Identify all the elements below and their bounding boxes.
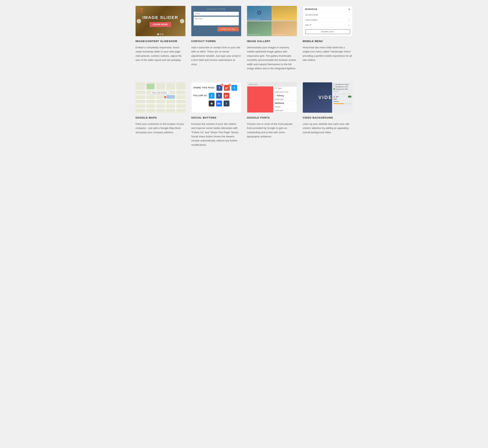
follow-row: FOLLOW US t f g+ xyxy=(193,93,239,99)
video-overlay-text: VIDEO xyxy=(318,95,337,100)
feature-mobile: MOBIRISE ≡ OVERVIEW FEATURES ▼ HELP ▼ DO… xyxy=(303,6,353,71)
slideshow-desc: Embed a completely responsive, touch-swi… xyxy=(136,45,185,62)
maps-preview: 📍 Empire State Building × xyxy=(136,82,185,113)
share-label: SHARE THIS PAGE! xyxy=(193,87,215,89)
feature-video: VIDEO Background Image Background Color … xyxy=(303,82,353,147)
video-panel-bg-video[interactable]: Background Video xyxy=(333,88,352,90)
feature-fonts: Source-Serif... PT Sans Open Sans Cont..… xyxy=(247,82,297,147)
map-road-v4 xyxy=(176,82,176,113)
overlay-toggle[interactable] xyxy=(348,96,352,98)
mobile-nav-help[interactable]: HELP ▼ xyxy=(303,23,352,28)
features-grid-row2: 📍 Empire State Building × GOOGLE MAPS Po… xyxy=(136,82,353,147)
slider-prev-button[interactable]: ‹ xyxy=(137,19,141,23)
map-water xyxy=(167,95,175,99)
contact-name-input[interactable] xyxy=(194,12,239,16)
mobile-nav-overview[interactable]: OVERVIEW xyxy=(303,13,352,18)
fonts-header: Source-Serif... xyxy=(247,83,297,87)
follow-github-button[interactable]: ⊕ xyxy=(209,101,215,106)
video-panel-bg-color[interactable]: Background Color xyxy=(333,86,352,88)
font-ubuntu[interactable]: Ubuntu xyxy=(273,105,297,109)
learn-more-button[interactable]: LEARN MORE xyxy=(150,22,171,27)
slideshow-title: IMAGE/CONTENT SLIDESHOW xyxy=(136,40,185,43)
follow-behance-button[interactable]: Be xyxy=(216,101,222,106)
maps-desc: Point your customers in the location of … xyxy=(136,122,185,134)
social-title: SOCIAL BUTTONS xyxy=(191,116,241,119)
video-panel-row-label: YouTube xyxy=(333,91,352,92)
radio-bg-video[interactable] xyxy=(333,88,335,90)
font-open-sans[interactable]: Open Sans Cont... xyxy=(273,90,297,94)
font-pt-sans[interactable]: PT Sans xyxy=(273,87,297,90)
fonts-title: GOOGLE FONTS xyxy=(247,116,297,119)
feature-slideshow: 🍂 IMAGE SLIDER LEARN MORE ‹ › IMAGE/CONT… xyxy=(136,6,185,71)
map-road-h2 xyxy=(136,95,185,95)
radio-bg-color[interactable] xyxy=(333,86,335,88)
gallery-caption-4: Type caption here xyxy=(273,34,285,35)
share-facebook-button[interactable]: f 192 xyxy=(216,85,222,91)
hamburger-icon[interactable]: ≡ xyxy=(348,8,350,11)
mobile-nav-header: MOBIRISE ≡ xyxy=(303,6,352,13)
map-road-h5 xyxy=(136,108,185,109)
mobile-desc: Horizontal site menu folds itself into a… xyxy=(303,45,353,62)
slider-dot-3[interactable] xyxy=(162,33,163,35)
chevron-down-icon-2: ▼ xyxy=(348,24,350,26)
fonts-dropdown: PT Sans Open Sans Cont... Raleway Droid … xyxy=(273,87,297,112)
follow-twitter-button[interactable]: t xyxy=(209,93,215,99)
gallery-cell-2[interactable]: Type caption here xyxy=(272,6,297,21)
share-googleplus-button[interactable]: g+ 47 xyxy=(224,85,230,91)
video-preview: VIDEO Background Image Background Color … xyxy=(303,82,353,113)
mobile-title: MOBILE MENU xyxy=(303,40,353,43)
slider-next-button[interactable]: › xyxy=(180,19,184,23)
gallery-title: IMAGE GALLERY xyxy=(247,40,297,43)
mobile-nav-download[interactable]: DOWNLOAD xyxy=(305,29,350,34)
mobile-nav-brand: MOBIRISE xyxy=(305,8,317,10)
map-tooltip: Empire State Building × xyxy=(150,91,170,94)
video-title: VIDEO BACKGROUND xyxy=(303,116,353,119)
fonts-content: PT Sans Open Sans Cont... Raleway Droid … xyxy=(247,87,297,112)
radio-bg-image[interactable] xyxy=(333,84,335,85)
fonts-desc: Choose one or more of the most popular f… xyxy=(247,122,297,139)
leaves-decor: 🍂 xyxy=(136,7,143,13)
features-grid-row1: 🍂 IMAGE SLIDER LEARN MORE ‹ › IMAGE/CONT… xyxy=(136,6,353,71)
fonts-toolbar: ⊞ ▤ ▦ ⚙ ≡ Raleway 17... ● xyxy=(247,112,297,113)
font-droid-serif[interactable]: Droid Serif xyxy=(273,109,297,112)
feature-contact: CONTACT FORM CONTACT US CONTACT FORMS Ad… xyxy=(191,6,241,71)
googleplus-count-badge: 47 xyxy=(228,84,231,87)
gallery-cell-3[interactable]: Type caption here xyxy=(247,21,272,36)
mobile-nav-features[interactable]: FEATURES ▼ xyxy=(303,18,352,23)
fonts-preview: Source-Serif... PT Sans Open Sans Cont..… xyxy=(247,82,297,113)
map-road-h3 xyxy=(136,99,185,100)
slider-title: IMAGE SLIDER xyxy=(143,15,178,20)
contact-message-input[interactable] xyxy=(194,17,239,25)
font-raleway[interactable]: Raleway xyxy=(273,94,297,98)
contact-desc: Add a subscribe or contact form to your … xyxy=(191,45,241,66)
share-twitter-button[interactable]: t xyxy=(231,85,237,91)
follow-googleplus-button[interactable]: g+ xyxy=(224,93,229,99)
slider-dot-2[interactable] xyxy=(160,33,161,35)
slider-content: IMAGE SLIDER LEARN MORE xyxy=(143,15,178,27)
font-montserrat[interactable]: Montserrat xyxy=(273,101,297,105)
video-opacity-row: Opacity xyxy=(333,101,352,102)
feature-gallery: Type caption here Type caption here Type… xyxy=(247,6,297,71)
gallery-cell-1[interactable]: Type caption here xyxy=(247,6,272,21)
contact-preview: CONTACT FORM CONTACT US xyxy=(191,6,241,36)
video-panel-bg-image[interactable]: Background Image xyxy=(333,84,352,85)
gallery-cell-4[interactable]: Type caption here xyxy=(272,21,297,36)
opacity-slider[interactable] xyxy=(333,103,352,104)
other-social-row: ⊕ Be t xyxy=(193,101,239,106)
chevron-down-icon: ▼ xyxy=(348,19,350,21)
gallery-preview: Type caption here Type caption here Type… xyxy=(247,6,297,36)
page-wrapper: 🍂 IMAGE SLIDER LEARN MORE ‹ › IMAGE/CONT… xyxy=(132,0,357,165)
follow-label: FOLLOW US xyxy=(193,95,207,97)
slider-dot-1[interactable] xyxy=(157,33,159,35)
share-row: SHARE THIS PAGE! f 192 g+ 47 t xyxy=(193,85,239,91)
follow-tumblr-button[interactable]: t xyxy=(224,101,229,106)
social-desc: Increase the number of your site visitor… xyxy=(191,122,241,147)
video-desc: Liven up your website and catch your sit… xyxy=(303,122,353,134)
follow-facebook-button[interactable]: f xyxy=(216,93,222,99)
facebook-count-badge: 192 xyxy=(221,84,224,87)
opacity-slider-thumb[interactable] xyxy=(344,103,345,104)
slider-preview: 🍂 IMAGE SLIDER LEARN MORE ‹ › xyxy=(136,6,185,36)
font-droid-sans[interactable]: Droid Sans xyxy=(273,98,297,101)
contact-submit-button[interactable]: CONTACT US xyxy=(217,27,239,31)
mobile-preview: MOBIRISE ≡ OVERVIEW FEATURES ▼ HELP ▼ DO… xyxy=(303,6,353,36)
